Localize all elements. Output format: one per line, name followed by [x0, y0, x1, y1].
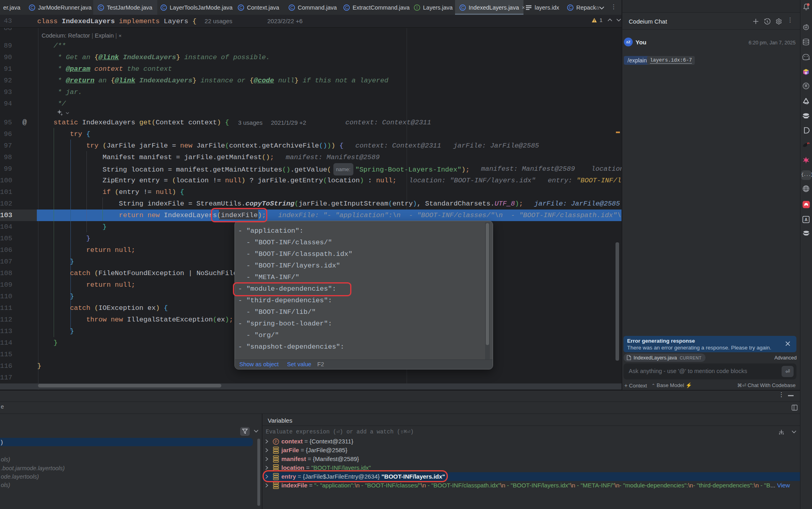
svg-text:A: A [804, 218, 807, 222]
svg-text:C: C [30, 6, 33, 10]
svg-text:C: C [290, 6, 293, 10]
svg-text:C: C [239, 6, 242, 10]
svg-text:M: M [805, 72, 807, 74]
svg-text:I: I [417, 6, 418, 10]
svg-text:C: C [461, 6, 464, 10]
svg-text:P: P [275, 440, 277, 444]
svg-text:C: C [162, 6, 165, 10]
svg-text:C: C [569, 6, 571, 10]
svg-text:C: C [345, 6, 348, 10]
svg-text:C: C [99, 6, 102, 10]
